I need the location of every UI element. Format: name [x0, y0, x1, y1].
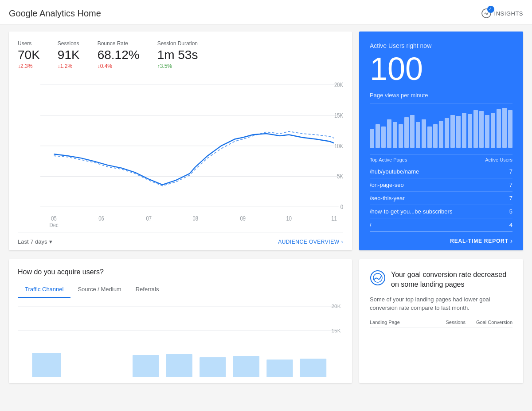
bar — [491, 113, 495, 148]
list-item: /4 — [370, 218, 512, 231]
metric-bounce-rate: Bounce Rate 68.12% 0.4% — [98, 40, 140, 69]
realtime-report-button[interactable]: REAL-TIME REPORT — [450, 238, 508, 244]
svg-text:10K: 10K — [334, 142, 343, 149]
bar — [410, 115, 415, 148]
metric-session-duration: Session Duration 1m 53s 3.5% — [157, 40, 198, 69]
bottom-row: How do you acquire users? Traffic Channe… — [9, 259, 523, 383]
svg-text:06: 06 — [98, 215, 104, 222]
active-users-card: Active Users right now 100 Page views pe… — [359, 32, 523, 250]
insights-badge: 4 — [487, 6, 494, 13]
metric-bounce-label: Bounce Rate — [98, 40, 140, 47]
metric-duration-value: 1m 53s — [157, 48, 198, 62]
insight-col1: Landing Page — [370, 320, 400, 325]
bar — [462, 113, 466, 148]
page-users: 7 — [509, 182, 512, 188]
svg-text:10: 10 — [286, 215, 291, 222]
svg-rect-26 — [200, 357, 226, 377]
bar — [502, 108, 507, 148]
card-footer: Last 7 days ▾ AUDIENCE OVERVIEW › — [18, 233, 343, 250]
metric-users-value: 70K — [18, 48, 40, 62]
acquire-title: How do you acquire users? — [18, 268, 343, 276]
right-card-footer: REAL-TIME REPORT › — [370, 231, 512, 250]
line-chart-area: 20K 15K 10K 5K 0 05 Dec 06 07 08 09 10 1… — [18, 74, 343, 229]
audience-overview-label: AUDIENCE OVERVIEW — [278, 239, 339, 245]
metric-duration-label: Session Duration — [157, 40, 198, 47]
active-users-label: Active Users right now — [370, 42, 512, 49]
svg-point-30 — [371, 271, 385, 285]
bar — [404, 117, 409, 148]
chevron-right-icon: › — [341, 239, 344, 245]
svg-rect-29 — [300, 359, 326, 377]
svg-text:08: 08 — [192, 215, 198, 222]
insight-col3: Goal Conversion — [476, 320, 512, 325]
page-path: /hub/youtube/name — [370, 168, 419, 175]
bar — [416, 122, 420, 148]
top-pages-list: /hub/youtube/name7/on-page-seo7/seo-this… — [370, 165, 512, 231]
insight-col2: Sessions — [446, 320, 466, 325]
metric-users: Users 70K 2.3% — [18, 40, 40, 69]
bar — [439, 121, 443, 148]
page-wrapper: Google Analytics Home 4 INSIGHTS Users 7… — [0, 0, 532, 411]
bar — [497, 109, 501, 148]
svg-text:07: 07 — [146, 215, 151, 222]
chevron-down-icon: ▾ — [49, 238, 52, 245]
insight-description: Some of your top landing pages had lower… — [370, 295, 512, 312]
svg-text:Dec: Dec — [50, 222, 59, 229]
last-days-button[interactable]: Last 7 days ▾ — [18, 238, 52, 245]
bar — [450, 115, 455, 148]
tab-referrals[interactable]: Referrals — [129, 281, 166, 298]
page-users: 7 — [509, 168, 512, 175]
page-title: Google Analytics Home — [9, 8, 101, 19]
top-pages-col2: Active Users — [485, 157, 512, 162]
chevron-right-icon: › — [510, 237, 512, 245]
page-path: /how-to-get-you...be-subscribers — [370, 208, 452, 215]
svg-rect-25 — [166, 354, 192, 377]
page-path: /seo-this-year — [370, 195, 405, 202]
active-users-count: 100 — [370, 53, 512, 85]
audience-overview-button[interactable]: AUDIENCE OVERVIEW › — [278, 239, 343, 245]
bar — [381, 126, 386, 148]
insight-card: Your goal conversion rate decreased on s… — [359, 259, 523, 383]
svg-rect-27 — [233, 356, 259, 377]
tab-traffic-channel[interactable]: Traffic Channel — [18, 281, 70, 298]
svg-text:09: 09 — [240, 215, 245, 222]
metric-sessions: Sessions 91K 1.2% — [58, 40, 80, 69]
svg-text:0: 0 — [340, 204, 343, 210]
insight-header: Your goal conversion rate decreased on s… — [370, 270, 512, 290]
bar — [479, 111, 484, 148]
svg-rect-28 — [266, 360, 293, 377]
svg-text:20K: 20K — [334, 82, 343, 88]
top-pages-col1: Top Active Pages — [370, 157, 407, 162]
top-pages-header: Top Active Pages Active Users — [370, 154, 512, 165]
metric-sessions-value: 91K — [58, 48, 80, 62]
line-chart-svg: 20K 15K 10K 5K 0 05 Dec 06 07 08 09 10 1… — [18, 74, 343, 229]
acquire-card: How do you acquire users? Traffic Channe… — [9, 259, 352, 383]
acquire-chart: 20K 15K — [18, 302, 343, 383]
page-users: 4 — [509, 221, 512, 228]
insight-table-header: Landing Page Sessions Goal Conversion — [370, 320, 512, 328]
metric-bounce-change: 0.4% — [98, 63, 140, 69]
bar — [508, 110, 512, 148]
bar — [427, 126, 432, 148]
svg-rect-23 — [32, 353, 61, 377]
metric-duration-change: 3.5% — [157, 63, 198, 69]
top-row: Users 70K 2.3% Sessions 91K 1.2% — [9, 32, 523, 250]
page-views-label: Page views per minute — [370, 92, 512, 103]
goal-icon — [370, 270, 386, 286]
list-item: /hub/youtube/name7 — [370, 165, 512, 178]
bar — [399, 124, 403, 148]
acquire-section: How do you acquire users? Traffic Channe… — [9, 259, 523, 383]
page-path: /on-page-seo — [370, 182, 404, 188]
acquire-chart-svg: 20K 15K — [18, 302, 343, 382]
main-content: Users 70K 2.3% Sessions 91K 1.2% — [0, 24, 532, 390]
bar — [485, 115, 489, 148]
svg-text:05: 05 — [51, 215, 56, 222]
svg-text:15K: 15K — [331, 328, 340, 333]
page-path: / — [370, 221, 372, 228]
insights-button[interactable]: 4 INSIGHTS — [481, 8, 523, 19]
top-header: Google Analytics Home 4 INSIGHTS — [0, 0, 532, 24]
left-card: Users 70K 2.3% Sessions 91K 1.2% — [9, 32, 352, 250]
tab-source-medium[interactable]: Source / Medium — [70, 281, 128, 298]
svg-text:20K: 20K — [331, 304, 340, 309]
svg-rect-24 — [133, 355, 159, 377]
